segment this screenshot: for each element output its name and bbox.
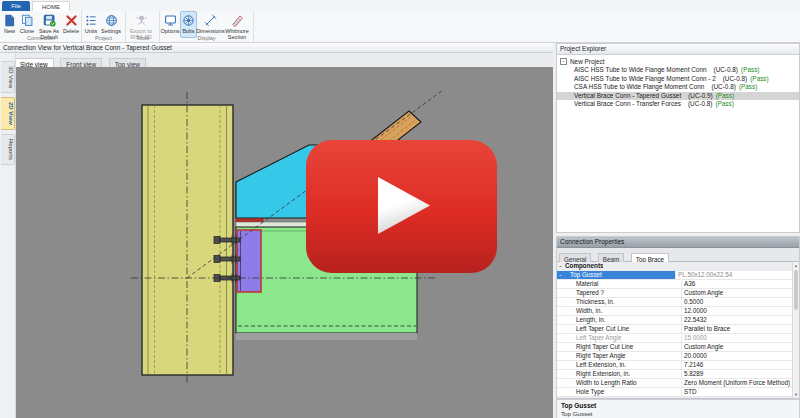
- property-grid-scrollbar[interactable]: ▲ ▼: [792, 262, 799, 398]
- globe-icon: [105, 14, 118, 27]
- scrollbar-thumb[interactable]: [794, 270, 798, 310]
- dimensions-button[interactable]: Dimensions: [197, 11, 224, 38]
- property-description: Top Gusset Top Gusset: [557, 399, 799, 418]
- property-row[interactable]: Left Taper Cut LineParallel to Brace: [557, 325, 799, 334]
- connection-properties-title: Connection Properties: [557, 237, 799, 248]
- project-tree: −New Project AISC HSS Tube to Wide Flang…: [557, 58, 799, 108]
- property-row-disabled[interactable]: Left Taper Angle15.0000: [557, 334, 799, 343]
- connection-properties-panel: Connection Properties General Beam Top B…: [556, 236, 800, 418]
- ribbon-group-display: Options Bolts Dimensions Whitmore Sectio…: [160, 11, 254, 42]
- properties-tab-bar: General Beam Top Brace: [557, 248, 799, 262]
- property-row[interactable]: Right Extension, in.5.8289: [557, 370, 799, 379]
- property-row[interactable]: Left Extension, in.7.2146: [557, 361, 799, 370]
- ribbon: New Clone Save As Default Delete Connect…: [0, 11, 800, 43]
- property-category-row[interactable]: ⌄Top Gusset-Brace Connection: [557, 397, 799, 399]
- tree-item-selected[interactable]: Vertical Brace Conn - Tapered Gusset(UC-…: [557, 92, 799, 100]
- scroll-up-icon[interactable]: ▲: [793, 262, 799, 269]
- project-explorer-panel: Project Explorer −New Project AISC HSS T…: [556, 43, 800, 233]
- new-button[interactable]: New: [1, 11, 18, 38]
- ribbon-group-connection: New Clone Save As Default Delete Connect…: [1, 11, 82, 42]
- property-row[interactable]: Hole TypeSTD: [557, 388, 799, 397]
- tree-item[interactable]: AISC HSS Tube to Wide Flange Moment Conn…: [557, 75, 799, 83]
- drawing-canvas[interactable]: [16, 67, 553, 418]
- monitor-icon: [164, 14, 177, 27]
- property-category-row[interactable]: ⌄Components: [557, 262, 799, 271]
- property-row-selected[interactable]: ⌄Top GussetPL.50x12.00x22.54: [557, 271, 799, 280]
- bolt-wheel-icon: [182, 14, 195, 27]
- property-row[interactable]: Right Taper Angle20.0000: [557, 352, 799, 361]
- view-tab-bar: Side view Front view Top view: [0, 53, 553, 68]
- tree-root-new-project[interactable]: −New Project: [557, 58, 799, 66]
- clone-icon: [21, 14, 34, 27]
- application-window: File HOME New Clone Save As Default: [0, 0, 800, 418]
- property-row[interactable]: Width to Length RatioZero Moment (Unifor…: [557, 379, 799, 388]
- export-to-risa3d-button[interactable]: Export to RISA-3D: [126, 11, 156, 38]
- units-list-icon: [85, 14, 98, 27]
- property-row[interactable]: MaterialA36: [557, 280, 799, 289]
- tab-3d-view[interactable]: 3D View: [1, 61, 15, 93]
- project-explorer-title: Project Explorer: [557, 44, 799, 55]
- delete-button[interactable]: Delete: [62, 11, 80, 38]
- chevron-down-icon: ⌄: [557, 397, 564, 399]
- new-document-icon: [3, 14, 16, 27]
- property-row[interactable]: Length, in.22.5432: [557, 316, 799, 325]
- side-tab-strip: 3D View 2D View Reports: [0, 53, 16, 418]
- ribbon-group-tools: Export to RISA-3D Tools: [126, 11, 160, 42]
- connection-plate: [237, 230, 261, 292]
- tree-item[interactable]: CSA HSS Tube to Wide Flange Moment Conn(…: [557, 83, 799, 91]
- property-row[interactable]: Right Taper Cut LineCustom Angle: [557, 343, 799, 352]
- options-button[interactable]: Options: [160, 11, 180, 38]
- whitmore-section-button[interactable]: Whitmore Section: [224, 11, 250, 38]
- ribbon-group-project: Units Settings Project: [82, 11, 126, 42]
- tab-file[interactable]: File: [2, 1, 30, 11]
- chevron-down-icon: ⌄: [557, 271, 564, 279]
- property-row[interactable]: Thickness, in.0.5000: [557, 298, 799, 307]
- property-row[interactable]: Tapered ?Custom Angle: [557, 289, 799, 298]
- export-model-icon: [135, 14, 148, 27]
- tree-collapse-icon[interactable]: −: [560, 58, 567, 65]
- connection-drawing: [16, 67, 553, 418]
- dimension-line-icon: [204, 14, 217, 27]
- tab-2d-view[interactable]: 2D View: [1, 97, 15, 130]
- youtube-play-button[interactable]: [306, 140, 497, 273]
- tab-reports[interactable]: Reports: [1, 134, 15, 165]
- settings-button[interactable]: Settings: [100, 11, 122, 38]
- units-button[interactable]: Units: [82, 11, 100, 38]
- tree-item[interactable]: Vertical Brace Conn - Transfer Forces(UC…: [557, 100, 799, 108]
- beam-bottom-flange-shadow: [236, 333, 417, 340]
- tree-item[interactable]: AISC HSS Tube to Wide Flange Moment Conn…: [557, 66, 799, 74]
- save-icon: [43, 14, 56, 27]
- save-as-default-button[interactable]: Save As Default: [36, 11, 62, 38]
- scroll-down-icon[interactable]: ▼: [793, 391, 799, 398]
- clone-button[interactable]: Clone: [18, 11, 36, 38]
- property-description-text: Top Gusset: [561, 410, 795, 418]
- property-description-title: Top Gusset: [561, 402, 795, 410]
- bolts-toggle-button[interactable]: Bolts: [180, 11, 197, 38]
- connection-view-title: Connection View for Vertical Brace Conn …: [0, 43, 553, 53]
- chevron-down-icon: ⌄: [557, 262, 564, 270]
- whitmore-section-icon: [231, 14, 244, 27]
- property-row[interactable]: Width, in.12.0000: [557, 307, 799, 316]
- property-grid: ⌄Components ⌄Top GussetPL.50x12.00x22.54…: [557, 262, 799, 399]
- delete-x-icon: [65, 14, 78, 27]
